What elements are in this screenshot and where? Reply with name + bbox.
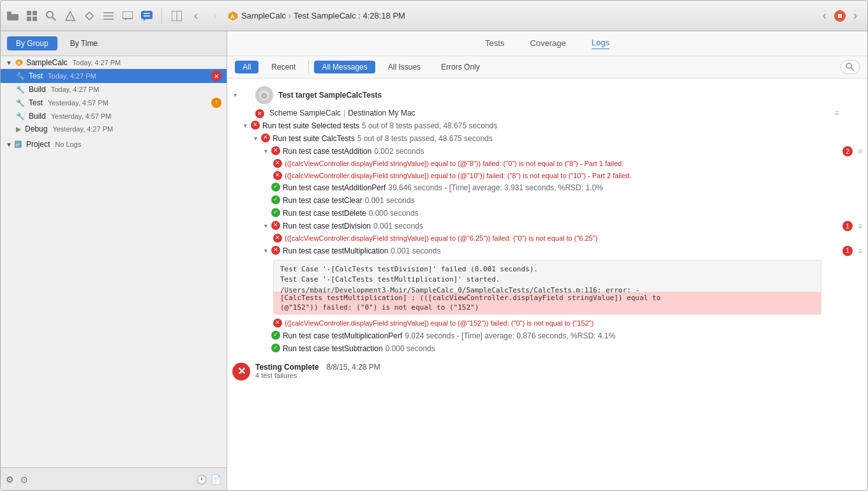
row-dim-text: 0.000 seconds bbox=[385, 343, 435, 354]
sidebar-item-build-yesterday[interactable]: 🔧 Build Yesterday, 4:57 PM bbox=[1, 110, 227, 123]
scheme-row: ✕ Scheme SampleCalc | Destination My Mac… bbox=[227, 107, 867, 119]
filter-icon[interactable]: ⊙ bbox=[20, 474, 28, 485]
sidebar-item-test-yesterday[interactable]: 🔧 Test Yesterday, 4:57 PM ! bbox=[1, 96, 227, 110]
nav-forward-arrow[interactable]: › bbox=[208, 9, 222, 23]
log-target-header: ▼ ⚙ Test target SampleCalcTests bbox=[227, 84, 867, 107]
row-error-text: (([calcViewController.displayField strin… bbox=[285, 318, 594, 329]
lines-icon[interactable]: ≡ bbox=[834, 108, 839, 118]
build-yesterday-time: Yesterday, 4:57 PM bbox=[51, 112, 112, 120]
row-status-icon: ✓ bbox=[271, 208, 280, 217]
message-icon[interactable] bbox=[140, 9, 154, 23]
log-row-delete[interactable]: ▼ ✓ Run test case testDelete 0.000 secon… bbox=[227, 207, 867, 220]
code-line-5-text: (@"152")) failed: ("0") is not equal to … bbox=[280, 303, 479, 312]
testing-complete-title-row: Testing Complete 8/8/15, 4:28 PM bbox=[255, 363, 380, 372]
sidebar-item-debug-yesterday[interactable]: ▶ Debug Yesterday, 4:27 PM bbox=[1, 123, 227, 135]
tab-tests[interactable]: Tests bbox=[485, 38, 504, 49]
diamond-icon[interactable] bbox=[82, 9, 96, 23]
target-avatar: ⚙ bbox=[255, 86, 273, 104]
row-disclosure: ▼ bbox=[263, 222, 269, 231]
debug-yesterday-time: Yesterday, 4:27 PM bbox=[52, 125, 113, 133]
row-dim-text: 0.000 seconds bbox=[369, 208, 419, 219]
svg-rect-0 bbox=[7, 14, 19, 20]
row-error-text: (([calcViewController.displayField strin… bbox=[285, 170, 631, 181]
breadcrumb-sep: › bbox=[288, 11, 291, 20]
row-badge: 2 ≡ bbox=[842, 146, 862, 157]
testing-complete-text: Testing Complete 8/8/15, 4:28 PM 4 test … bbox=[255, 363, 380, 379]
sidebar-item-build-today[interactable]: 🔧 Build Today, 4:27 PM bbox=[1, 83, 227, 96]
settings-icon[interactable]: ⚙ bbox=[6, 474, 14, 485]
toolbar: ! ‹ › A SampleCalc › Test SampleCalc : 4… bbox=[1, 1, 867, 31]
toolbar-right: ‹ › bbox=[818, 9, 862, 23]
log-row-err-multiply[interactable]: ✕ (([calcViewController.displayField str… bbox=[227, 317, 867, 329]
tab-logs[interactable]: Logs bbox=[592, 38, 610, 49]
row-error-text: (([calcViewController.displayField strin… bbox=[285, 158, 624, 169]
layout-icon[interactable] bbox=[170, 9, 184, 23]
log-row-err-addition-2[interactable]: ✕ (([calcViewController.displayField str… bbox=[227, 170, 867, 182]
list-icon[interactable] bbox=[101, 9, 116, 23]
test-yesterday-badge: ! bbox=[211, 98, 221, 108]
search-icon[interactable] bbox=[44, 9, 58, 23]
row-status-icon: ✓ bbox=[271, 344, 280, 352]
sidebar-item-project[interactable]: ▼ P Project No Logs bbox=[1, 138, 227, 151]
log-row-addperf[interactable]: ▼ ✓ Run test case testAdditionPerf 39.64… bbox=[227, 181, 867, 194]
filter-recent[interactable]: Recent bbox=[264, 61, 303, 73]
lines-icon[interactable]: ≡ bbox=[858, 245, 862, 257]
tab-coverage[interactable]: Coverage bbox=[530, 38, 565, 49]
build-today-label: Build bbox=[29, 85, 46, 94]
log-row-division[interactable]: ▼ ✕ Run test case testDivision 0.001 sec… bbox=[227, 220, 867, 232]
log-row-subtraction[interactable]: ▼ ✓ Run test case testSubtraction 0.000 … bbox=[227, 342, 867, 355]
main-area: By Group By Time ▼ A SampleCalc Today, 4… bbox=[1, 31, 867, 490]
nav-back-arrow[interactable]: ‹ bbox=[189, 9, 203, 23]
row-status-icon: ✕ bbox=[261, 133, 270, 142]
log-row-err-addition-1[interactable]: ✕ (([calcViewController.displayField str… bbox=[227, 158, 867, 170]
project-disclosure: ▼ bbox=[6, 141, 12, 148]
log-row-run-calctests[interactable]: ▼ ✕ Run test suite CalcTests 5 out of 8 … bbox=[227, 132, 867, 145]
row-status-icon: ✕ bbox=[251, 121, 260, 130]
toolbar-back[interactable]: ‹ bbox=[818, 9, 832, 23]
svg-rect-3 bbox=[33, 11, 37, 15]
log-row-clear[interactable]: ▼ ✓ Run test case testClear 0.001 second… bbox=[227, 194, 867, 207]
log-row-err-division[interactable]: ✕ (([calcViewController.displayField str… bbox=[227, 232, 867, 245]
svg-rect-14 bbox=[123, 11, 133, 19]
test-yesterday-label: Test bbox=[29, 98, 43, 107]
row-main-text: Run test case testDelete bbox=[283, 208, 366, 219]
stop-button[interactable] bbox=[834, 10, 846, 22]
grid-icon[interactable] bbox=[25, 9, 39, 23]
svg-point-29 bbox=[846, 63, 851, 68]
svg-rect-24 bbox=[838, 14, 842, 18]
app-window: ! ‹ › A SampleCalc › Test SampleCalc : 4… bbox=[0, 0, 868, 491]
badge-num: 1 bbox=[842, 246, 853, 256]
svg-rect-1 bbox=[7, 11, 11, 15]
warning-icon[interactable]: ! bbox=[63, 9, 77, 23]
row-main-text: Run test case testDivision bbox=[283, 220, 371, 232]
toolbar-forward[interactable]: › bbox=[848, 9, 862, 23]
by-group-tab[interactable]: By Group bbox=[7, 36, 57, 50]
by-time-tab[interactable]: By Time bbox=[61, 36, 107, 50]
row-status-icon: ✕ bbox=[271, 146, 280, 155]
row-dim-text: 5 out of 8 tests passed, 48.675 seconds bbox=[357, 133, 493, 144]
folder-icon[interactable] bbox=[6, 9, 20, 23]
log-row-multiplication[interactable]: ▼ ✕ Run test case testMultiplication 0.0… bbox=[227, 245, 867, 257]
row-status-icon: ✕ bbox=[273, 234, 282, 243]
filter-errors-only[interactable]: Errors Only bbox=[433, 61, 488, 73]
testing-complete-title: Testing Complete bbox=[255, 363, 319, 372]
log-content[interactable]: ▼ ⚙ Test target SampleCalcTests ✕ Scheme… bbox=[227, 79, 867, 490]
log-row-multiperf[interactable]: ▼ ✓ Run test case testMultiplicationPerf… bbox=[227, 329, 867, 342]
clock-icon[interactable]: 🕐 bbox=[196, 474, 207, 485]
filter-all-messages[interactable]: All Messages bbox=[314, 61, 375, 73]
filter-all-issues[interactable]: All Issues bbox=[380, 61, 428, 73]
svg-rect-2 bbox=[27, 11, 31, 15]
lines-icon[interactable]: ≡ bbox=[858, 220, 862, 232]
target-title: Test target SampleCalcTests bbox=[278, 91, 382, 100]
sidebar-item-test-today[interactable]: 🔧 Test Today, 4:27 PM ✕ bbox=[1, 69, 227, 83]
callout-icon[interactable] bbox=[121, 9, 135, 23]
search-button[interactable] bbox=[841, 60, 860, 74]
filter-all[interactable]: All bbox=[235, 61, 258, 73]
log-row-testaddition[interactable]: ▼ ✕ Run test case testAddition 0.002 sec… bbox=[227, 145, 867, 158]
log-row-run-selected[interactable]: ▼ ✕ Run test suite Selected tests 5 out … bbox=[227, 119, 867, 132]
sidebar-item-samplecalc[interactable]: ▼ A SampleCalc Today, 4:27 PM bbox=[1, 56, 227, 69]
project-label: Project bbox=[26, 140, 50, 149]
lines-icon[interactable]: ≡ bbox=[858, 146, 862, 157]
doc-icon[interactable]: 📄 bbox=[211, 474, 221, 485]
row-dim-text: 0.002 seconds bbox=[374, 146, 424, 157]
